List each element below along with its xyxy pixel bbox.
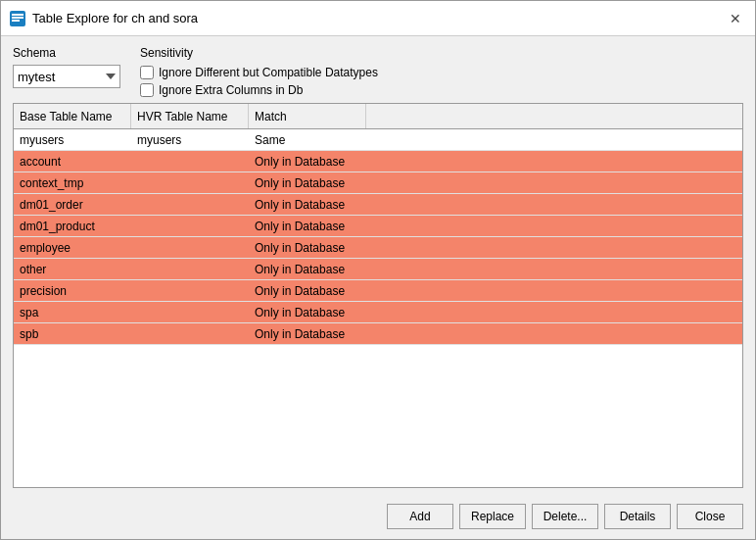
- top-controls: Schema mytest Sensitivity Ignore Differe…: [13, 46, 743, 97]
- cell-hvr: [131, 151, 249, 172]
- cell-match: Only in Database: [249, 194, 366, 215]
- window-close-button[interactable]: ✕: [724, 7, 747, 30]
- table-container: Base Table Name HVR Table Name Match myu…: [13, 103, 743, 488]
- cell-match: Only in Database: [249, 151, 366, 172]
- ignore-datatypes-row: Ignore Different but Compatible Datatype…: [140, 66, 378, 79]
- window-title: Table Explore for ch and sora: [32, 11, 724, 25]
- cell-extra: [366, 151, 742, 172]
- sensitivity-group: Sensitivity Ignore Different but Compati…: [140, 46, 378, 97]
- cell-base: other: [14, 259, 131, 279]
- col-header-extra: [366, 104, 742, 128]
- cell-extra: [366, 194, 742, 215]
- cell-extra: [366, 280, 742, 301]
- add-button[interactable]: Add: [387, 504, 453, 529]
- table-row[interactable]: spaOnly in Database: [14, 302, 742, 323]
- ignore-columns-checkbox[interactable]: [140, 83, 154, 97]
- cell-base: myusers: [14, 129, 131, 150]
- cell-extra: [366, 129, 742, 150]
- cell-extra: [366, 237, 742, 258]
- replace-button[interactable]: Replace: [459, 504, 526, 529]
- ignore-columns-row: Ignore Extra Columns in Db: [140, 83, 378, 97]
- cell-hvr: [131, 302, 249, 322]
- footer: Add Replace Delete... Details Close: [1, 496, 755, 539]
- cell-extra: [366, 302, 742, 322]
- schema-select[interactable]: mytest: [13, 65, 120, 88]
- cell-hvr: [131, 216, 249, 236]
- schema-label: Schema: [13, 46, 120, 60]
- cell-hvr: [131, 194, 249, 215]
- cell-match: Only in Database: [249, 216, 366, 236]
- col-header-base: Base Table Name: [14, 104, 131, 128]
- schema-group: Schema mytest: [13, 46, 120, 88]
- ignore-datatypes-checkbox[interactable]: [140, 66, 154, 79]
- main-window: Table Explore for ch and sora ✕ Schema m…: [0, 0, 756, 540]
- cell-hvr: [131, 280, 249, 301]
- cell-extra: [366, 216, 742, 236]
- cell-extra: [366, 259, 742, 279]
- cell-base: spb: [14, 323, 131, 344]
- details-button[interactable]: Details: [604, 504, 671, 529]
- table-header: Base Table Name HVR Table Name Match: [14, 104, 742, 129]
- svg-rect-3: [12, 20, 20, 22]
- cell-match: Only in Database: [249, 323, 366, 344]
- cell-hvr: [131, 172, 249, 193]
- col-header-match: Match: [249, 104, 366, 128]
- cell-base: employee: [14, 237, 131, 258]
- svg-rect-2: [12, 17, 24, 19]
- ignore-columns-label: Ignore Extra Columns in Db: [159, 83, 303, 97]
- cell-base: account: [14, 151, 131, 172]
- cell-extra: [366, 172, 742, 193]
- table-row[interactable]: precisionOnly in Database: [14, 280, 742, 302]
- cell-hvr: [131, 237, 249, 258]
- delete-button[interactable]: Delete...: [532, 504, 598, 529]
- table-row[interactable]: employeeOnly in Database: [14, 237, 742, 259]
- sensitivity-label: Sensitivity: [140, 46, 378, 60]
- cell-hvr: [131, 259, 249, 279]
- col-header-hvr: HVR Table Name: [131, 104, 249, 128]
- table-row[interactable]: context_tmpOnly in Database: [14, 172, 742, 194]
- content-area: Schema mytest Sensitivity Ignore Differe…: [1, 36, 755, 496]
- cell-base: context_tmp: [14, 172, 131, 193]
- cell-match: Same: [249, 129, 366, 150]
- cell-base: spa: [14, 302, 131, 322]
- svg-rect-1: [12, 14, 24, 16]
- cell-match: Only in Database: [249, 259, 366, 279]
- table-body[interactable]: myusersmyusersSameaccountOnly in Databas…: [14, 129, 742, 487]
- cell-match: Only in Database: [249, 280, 366, 301]
- window-icon: [9, 10, 26, 27]
- table-row[interactable]: dm01_orderOnly in Database: [14, 194, 742, 216]
- cell-match: Only in Database: [249, 237, 366, 258]
- table-row[interactable]: spbOnly in Database: [14, 323, 742, 345]
- ignore-datatypes-label: Ignore Different but Compatible Datatype…: [159, 66, 378, 79]
- cell-match: Only in Database: [249, 302, 366, 322]
- cell-hvr: [131, 323, 249, 344]
- cell-base: dm01_product: [14, 216, 131, 236]
- cell-base: precision: [14, 280, 131, 301]
- cell-match: Only in Database: [249, 172, 366, 193]
- close-button[interactable]: Close: [677, 504, 743, 529]
- cell-hvr: myusers: [131, 129, 249, 150]
- table-row[interactable]: dm01_productOnly in Database: [14, 216, 742, 237]
- title-bar: Table Explore for ch and sora ✕: [1, 1, 755, 36]
- cell-base: dm01_order: [14, 194, 131, 215]
- table-row[interactable]: accountOnly in Database: [14, 151, 742, 172]
- cell-extra: [366, 323, 742, 344]
- table-row[interactable]: otherOnly in Database: [14, 259, 742, 280]
- table-row[interactable]: myusersmyusersSame: [14, 129, 742, 151]
